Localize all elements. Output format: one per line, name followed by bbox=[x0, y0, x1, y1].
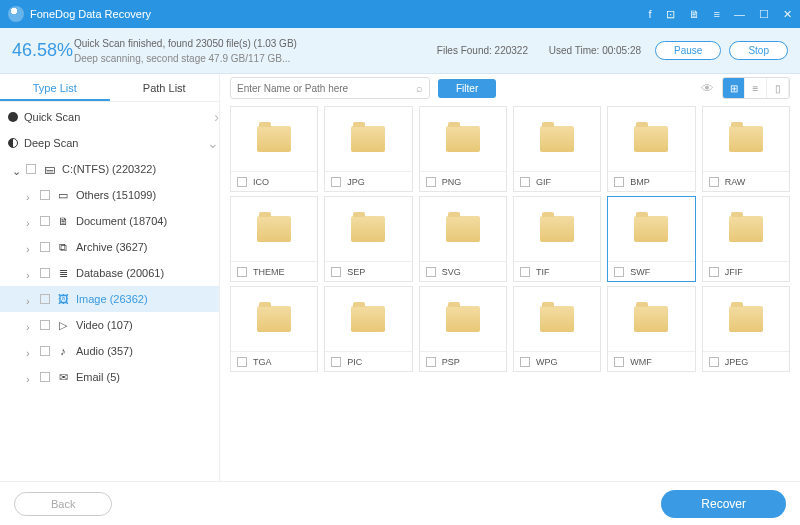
grid-cell[interactable]: WPG bbox=[513, 286, 601, 372]
cell-label: RAW bbox=[725, 177, 746, 187]
grid-cell[interactable]: ICO bbox=[230, 106, 318, 192]
checkbox[interactable] bbox=[614, 357, 624, 367]
checkbox[interactable] bbox=[40, 372, 50, 382]
tab-type-list[interactable]: Type List bbox=[0, 74, 110, 101]
grid-cell[interactable]: JFIF bbox=[702, 196, 790, 282]
view-detail-icon[interactable]: ▯ bbox=[767, 78, 789, 98]
checkbox[interactable] bbox=[426, 267, 436, 277]
stop-button[interactable]: Stop bbox=[729, 41, 788, 60]
grid-cell[interactable]: SWF bbox=[607, 196, 695, 282]
preview-icon[interactable]: 👁 bbox=[701, 81, 714, 96]
grid-cell[interactable]: GIF bbox=[513, 106, 601, 192]
checkbox[interactable] bbox=[237, 267, 247, 277]
grid-cell[interactable]: JPG bbox=[324, 106, 412, 192]
expand-icon[interactable] bbox=[26, 217, 34, 225]
checkbox[interactable] bbox=[709, 177, 719, 187]
checkbox[interactable] bbox=[709, 357, 719, 367]
checkbox[interactable] bbox=[426, 177, 436, 187]
grid-cell[interactable]: PNG bbox=[419, 106, 507, 192]
expand-icon[interactable] bbox=[26, 321, 34, 329]
checkbox[interactable] bbox=[40, 268, 50, 278]
maximize-icon[interactable]: ☐ bbox=[759, 8, 769, 21]
view-list-icon[interactable]: ≡ bbox=[745, 78, 767, 98]
drive-icon: 🖴 bbox=[42, 163, 56, 175]
cell-label: SEP bbox=[347, 267, 365, 277]
grid-cell[interactable]: PSP bbox=[419, 286, 507, 372]
checkbox[interactable] bbox=[426, 357, 436, 367]
back-button[interactable]: Back bbox=[14, 492, 112, 516]
grid-cell[interactable]: PIC bbox=[324, 286, 412, 372]
archive-icon: ⧉ bbox=[56, 241, 70, 253]
checkbox[interactable] bbox=[237, 357, 247, 367]
recover-button[interactable]: Recover bbox=[661, 490, 786, 518]
expand-icon[interactable] bbox=[26, 269, 34, 277]
expand-icon[interactable] bbox=[26, 347, 34, 355]
checkbox[interactable] bbox=[520, 177, 530, 187]
expand-icon[interactable] bbox=[26, 191, 34, 199]
checkbox[interactable] bbox=[237, 177, 247, 187]
filter-button[interactable]: Filter bbox=[438, 79, 496, 98]
grid-cell[interactable]: TIF bbox=[513, 196, 601, 282]
view-thumbnail-icon[interactable]: ⊞ bbox=[723, 78, 745, 98]
checkbox[interactable] bbox=[40, 242, 50, 252]
thumbnail bbox=[420, 197, 506, 261]
feedback-icon[interactable]: ⊡ bbox=[666, 8, 675, 21]
tree-database[interactable]: ≣ Database (20061) bbox=[0, 260, 219, 286]
checkbox[interactable] bbox=[709, 267, 719, 277]
grid-cell[interactable]: SVG bbox=[419, 196, 507, 282]
used-time-label: Used Time: bbox=[549, 45, 600, 56]
expand-icon[interactable] bbox=[26, 295, 34, 303]
grid-cell[interactable]: BMP bbox=[607, 106, 695, 192]
checkbox[interactable] bbox=[26, 164, 36, 174]
search-icon[interactable]: ⌕ bbox=[416, 82, 423, 94]
folder-icon bbox=[540, 126, 574, 152]
checkbox[interactable] bbox=[331, 177, 341, 187]
checkbox[interactable] bbox=[520, 357, 530, 367]
tree-audio[interactable]: ♪ Audio (357) bbox=[0, 338, 219, 364]
grid-cell[interactable]: TGA bbox=[230, 286, 318, 372]
checkbox[interactable] bbox=[614, 177, 624, 187]
checkbox[interactable] bbox=[614, 267, 624, 277]
tree-video[interactable]: ▷ Video (107) bbox=[0, 312, 219, 338]
thumbnail bbox=[325, 287, 411, 351]
cell-label: GIF bbox=[536, 177, 551, 187]
tree-document[interactable]: 🗎 Document (18704) bbox=[0, 208, 219, 234]
checkbox[interactable] bbox=[40, 294, 50, 304]
checkbox[interactable] bbox=[331, 357, 341, 367]
save-icon[interactable]: 🗎 bbox=[689, 8, 700, 21]
grid-cell[interactable]: WMF bbox=[607, 286, 695, 372]
search-input[interactable] bbox=[237, 83, 416, 94]
minimize-icon[interactable]: — bbox=[734, 8, 745, 21]
menu-icon[interactable]: ≡ bbox=[714, 8, 720, 21]
chevron-right-icon: › bbox=[214, 109, 219, 125]
expand-icon[interactable] bbox=[26, 243, 34, 251]
search-box[interactable]: ⌕ bbox=[230, 77, 430, 99]
expand-icon[interactable] bbox=[26, 373, 34, 381]
checkbox[interactable] bbox=[40, 320, 50, 330]
checkbox[interactable] bbox=[40, 346, 50, 356]
checkbox[interactable] bbox=[40, 216, 50, 226]
grid-cell[interactable]: JPEG bbox=[702, 286, 790, 372]
tree-archive[interactable]: ⧉ Archive (3627) bbox=[0, 234, 219, 260]
grid-cell[interactable]: RAW bbox=[702, 106, 790, 192]
checkbox[interactable] bbox=[520, 267, 530, 277]
grid-cell[interactable]: THEME bbox=[230, 196, 318, 282]
email-icon: ✉ bbox=[56, 371, 70, 383]
tree-quick-scan[interactable]: Quick Scan › bbox=[0, 104, 219, 130]
thumbnail bbox=[514, 197, 600, 261]
tree-deep-scan[interactable]: Deep Scan ⌄ bbox=[0, 130, 219, 156]
audio-icon: ♪ bbox=[56, 345, 70, 357]
tree-drive[interactable]: 🖴 C:(NTFS) (220322) bbox=[0, 156, 219, 182]
close-icon[interactable]: ✕ bbox=[783, 8, 792, 21]
checkbox[interactable] bbox=[40, 190, 50, 200]
tree-image[interactable]: 🖼 Image (26362) bbox=[0, 286, 219, 312]
tab-path-list[interactable]: Path List bbox=[110, 74, 220, 101]
grid-cell[interactable]: SEP bbox=[324, 196, 412, 282]
facebook-icon[interactable]: f bbox=[649, 8, 652, 21]
expand-icon[interactable] bbox=[12, 165, 20, 173]
tree-email[interactable]: ✉ Email (5) bbox=[0, 364, 219, 390]
pause-button[interactable]: Pause bbox=[655, 41, 721, 60]
tree-others[interactable]: ▭ Others (151099) bbox=[0, 182, 219, 208]
checkbox[interactable] bbox=[331, 267, 341, 277]
folder-icon bbox=[257, 216, 291, 242]
